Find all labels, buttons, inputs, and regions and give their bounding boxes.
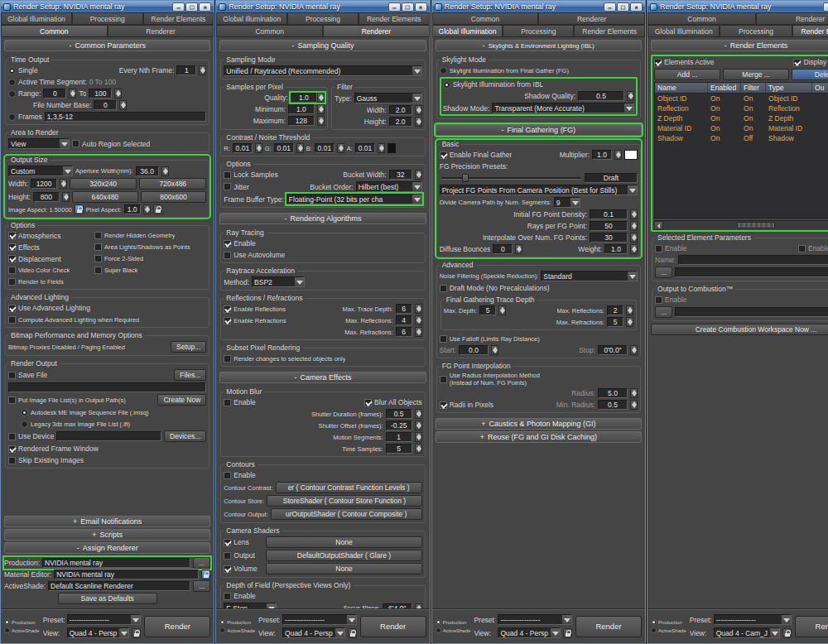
spinner[interactable] (317, 93, 325, 103)
threshold-g-input[interactable]: 0.01 (274, 143, 294, 153)
motion-blur-enable-checkbox[interactable] (224, 399, 231, 406)
devices-button[interactable]: Devices... (164, 430, 206, 442)
spinner[interactable] (143, 204, 151, 214)
min-radius-input[interactable]: 0.5 (598, 400, 628, 410)
material-editor-lock-icon[interactable] (201, 570, 210, 579)
rollout-sampling-quality[interactable]: - Sampling Quality (219, 40, 426, 51)
enable-refractions-checkbox[interactable] (224, 317, 231, 324)
titlebar[interactable]: Render Setup: NVIDIA mental ray – □ × (432, 1, 645, 12)
preset-800x600-button[interactable]: 800x600 (141, 191, 207, 203)
tab-common[interactable]: Common (432, 12, 539, 25)
save-as-defaults-button[interactable]: Save as Defaults (58, 593, 157, 604)
use-autovolume-checkbox[interactable] (224, 252, 231, 259)
activeshade-mode-radio[interactable] (651, 627, 657, 633)
maximum-input[interactable]: 128 (288, 116, 315, 126)
spinner[interactable] (630, 244, 638, 254)
display-elements-checkbox[interactable] (793, 59, 801, 66)
fg-max-reflections-input[interactable]: 2 (607, 305, 623, 315)
tab-processing[interactable]: Processing (287, 12, 359, 25)
viewport-dropdown[interactable]: Quad 4 - Persp (498, 627, 561, 638)
rollout-final-gathering[interactable]: - Final Gathering (FG) (436, 124, 642, 136)
use-advanced-lighting-checkbox[interactable] (8, 305, 16, 312)
frames-input[interactable]: 1,3,5-12 (45, 112, 207, 122)
bucket-order-dropdown[interactable]: Hilbert (best) (356, 181, 422, 192)
close-icon[interactable]: × (415, 2, 427, 12)
scroll-left-icon[interactable] (654, 221, 663, 230)
super-black-checkbox[interactable] (94, 267, 102, 274)
spinner[interactable] (498, 305, 506, 315)
use-device-checkbox[interactable] (8, 433, 16, 440)
divide-path-dropdown[interactable]: 9 (554, 197, 580, 208)
table-row[interactable]: Z Depth On On Z Depth (655, 113, 828, 123)
render-button[interactable]: Render (575, 616, 642, 637)
maximize-icon[interactable]: □ (617, 2, 629, 12)
area-lights-as-points-checkbox[interactable] (94, 243, 102, 251)
single-radio[interactable] (8, 67, 16, 74)
production-mode-radio[interactable] (436, 619, 441, 625)
element-path-field[interactable] (675, 267, 828, 277)
combustion-browse-button[interactable]: ... (655, 306, 672, 318)
spinner[interactable] (415, 105, 422, 115)
preset-dropdown[interactable]: ----------------- (282, 614, 357, 625)
spinner[interactable] (627, 91, 634, 101)
close-icon[interactable]: × (199, 2, 211, 12)
maximize-icon[interactable]: □ (185, 2, 198, 12)
column-header-filter[interactable]: Filter (741, 83, 766, 93)
spinner[interactable] (415, 304, 422, 314)
create-combustion-workspace-button[interactable]: Create Combustion Workspace Now ... (651, 324, 828, 335)
spinner[interactable] (415, 170, 422, 180)
preset-720x486-button[interactable]: 720x486 (139, 178, 206, 190)
column-header-output[interactable]: Ou (812, 83, 828, 93)
filter-height-input[interactable]: 2.0 (389, 117, 412, 127)
column-header-name[interactable]: Name (655, 83, 708, 93)
production-renderer-field[interactable]: NVIDIA mental ray (42, 558, 190, 568)
render-changes-checkbox[interactable] (224, 355, 231, 363)
rollout-skylights-ibl[interactable]: - Skylights & Environment Lighting (IBL) (436, 40, 642, 51)
column-header-enabled[interactable]: Enabled (708, 83, 741, 93)
minimum-input[interactable]: 1.0 (288, 104, 315, 114)
area-to-render-dropdown[interactable]: View (8, 138, 70, 149)
production-mode-radio[interactable] (219, 619, 225, 625)
rollout-render-elements[interactable]: - Render Elements (651, 40, 828, 51)
render-to-fields-checkbox[interactable] (8, 278, 16, 286)
titlebar[interactable]: Render Setup: NVIDIA mental ray – □ × (647, 1, 828, 12)
active-time-segment-radio[interactable] (8, 79, 16, 86)
diffuse-bounces-input[interactable]: 0 (493, 244, 513, 254)
force-2-sided-checkbox[interactable] (94, 255, 102, 262)
output-checkbox[interactable] (224, 552, 231, 560)
quality-input[interactable]: 1.0 (291, 93, 317, 103)
spinner[interactable] (317, 104, 325, 114)
render-button[interactable]: Render (360, 616, 426, 637)
spinner[interactable] (415, 421, 422, 430)
spinner[interactable] (630, 388, 638, 398)
spinner[interactable] (415, 117, 422, 127)
tab-global-illumination[interactable]: Global Illumination (1, 12, 72, 25)
compute-advanced-lighting-checkbox[interactable] (8, 316, 16, 324)
video-color-check-checkbox[interactable] (8, 267, 16, 274)
contour-store-shader-button[interactable]: StoreShader ( Contour Store Function ) (267, 495, 422, 507)
spinner[interactable] (630, 233, 638, 243)
tab-render-elements[interactable]: Render Elements (574, 25, 645, 37)
rollout-reuse-disk-caching[interactable]: + Reuse (FG and GI Disk Caching) (436, 431, 642, 443)
spinner[interactable] (415, 315, 422, 325)
rollout-rendering-algorithms[interactable]: - Rendering Algorithms (219, 213, 426, 224)
image-aspect-lock-icon[interactable] (75, 204, 84, 214)
pixel-aspect-input[interactable]: 1.0 (124, 204, 141, 214)
spinner[interactable] (317, 116, 325, 126)
fg-multiplier-input[interactable]: 1.0 (592, 150, 612, 160)
atmospherics-checkbox[interactable] (8, 232, 16, 239)
viewport-dropdown[interactable]: Quad 4 - Cam_J (714, 627, 780, 638)
bucket-width-input[interactable]: 32 (389, 170, 412, 180)
titlebar[interactable]: Render Setup: NVIDIA mental ray – □ × (216, 1, 429, 12)
viewport-lock-icon[interactable] (348, 628, 357, 638)
spinner[interactable] (62, 192, 70, 202)
range-radio[interactable] (8, 90, 16, 98)
threshold-b-input[interactable]: 0.01 (315, 143, 335, 153)
volume-checkbox[interactable] (224, 565, 231, 573)
frame-buffer-type-dropdown[interactable]: Floating-Point (32 bits per cha (286, 194, 422, 204)
activeshade-mode-radio[interactable] (4, 627, 10, 633)
width-input[interactable]: 1200 (31, 179, 57, 189)
lens-checkbox[interactable] (224, 539, 231, 546)
spinner[interactable] (614, 150, 622, 160)
close-icon[interactable]: × (630, 2, 643, 12)
